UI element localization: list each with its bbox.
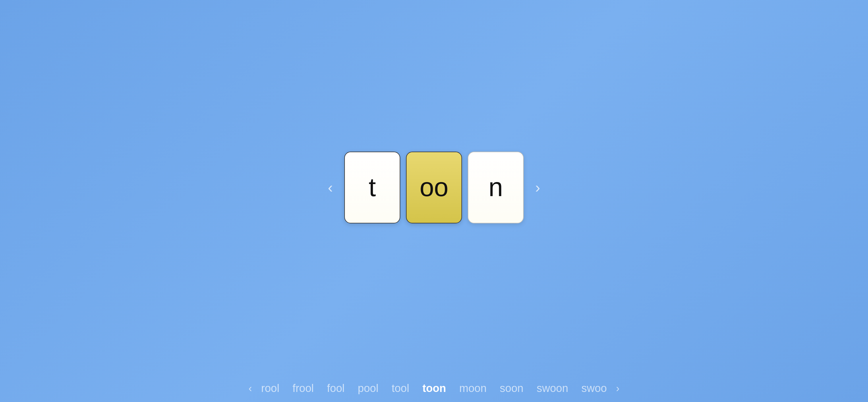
cards-row: ‹ t oo n › (322, 152, 546, 223)
prev-arrow[interactable]: ‹ (322, 176, 339, 199)
word-item-word-frool[interactable]: frool (287, 381, 319, 396)
word-item-word-swoo[interactable]: swoo (576, 381, 612, 396)
word-list-prev[interactable]: ‹ (244, 381, 256, 396)
card-vowel-center[interactable]: oo (406, 152, 462, 223)
card-letter-t: t (369, 173, 376, 202)
card-consonant-left[interactable]: t (344, 152, 400, 223)
word-item-word-moon[interactable]: moon (454, 381, 492, 396)
word-item-word-soon[interactable]: soon (495, 381, 529, 396)
word-list-next[interactable]: › (612, 381, 624, 396)
main-area: ‹ t oo n › (0, 0, 868, 375)
word-item-word-rool[interactable]: rool (256, 381, 284, 396)
card-letter-n: n (488, 173, 503, 202)
word-item-word-tool[interactable]: tool (386, 381, 414, 396)
bottom-bar: ‹ roolfroolfoolpooltooltoonmoonsoonswoon… (0, 375, 868, 402)
word-list: roolfroolfoolpooltooltoonmoonsoonswoonsw… (256, 381, 612, 396)
card-consonant-right[interactable]: n (468, 152, 524, 223)
next-arrow[interactable]: › (529, 176, 546, 199)
card-letter-oo: oo (420, 173, 448, 202)
word-item-word-pool[interactable]: pool (352, 381, 383, 396)
word-item-word-fool[interactable]: fool (322, 381, 350, 396)
word-item-word-toon[interactable]: toon (417, 381, 451, 396)
word-item-word-swoon[interactable]: swoon (531, 381, 574, 396)
